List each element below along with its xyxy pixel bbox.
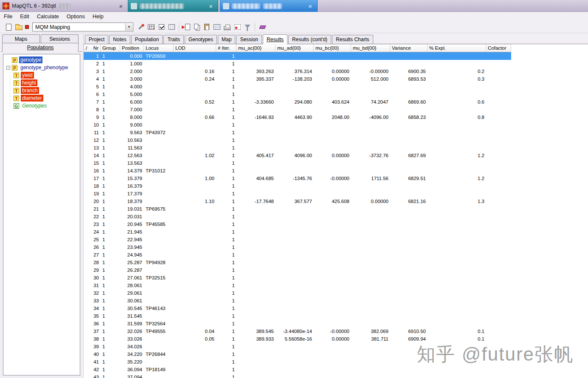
table-row[interactable]: 29126.2871 — [84, 266, 511, 274]
table-row[interactable]: 110.000TP206591 — [84, 52, 511, 60]
abacus-button[interactable] — [166, 22, 177, 32]
tab-populations[interactable]: Populations — [2, 43, 79, 52]
tree-item-genotype-phenotype[interactable]: - P genotype_phenotype — [3, 64, 80, 71]
table-row[interactable]: 41135.2201 — [84, 358, 511, 366]
column-header-expl[interactable]: % Expl. — [428, 44, 486, 52]
table-row[interactable]: 312.0000.161393.263376.3140.00000-0.0000… — [84, 68, 511, 75]
table-row[interactable]: 42136.094TP181491 — [84, 366, 511, 373]
tab-traits[interactable]: Traits — [163, 35, 184, 44]
menu-help[interactable]: Help — [89, 12, 107, 21]
background-window-titlebar[interactable]: × — [220, 0, 318, 12]
table-row[interactable]: 31128.0611 — [84, 282, 511, 289]
table-row[interactable]: 40134.220TP268441 — [84, 350, 511, 358]
tab-results-contd[interactable]: Results (cont'd) — [288, 35, 331, 44]
table-row[interactable]: 17115.3791.001404.685-1345.76-0.00000171… — [84, 175, 511, 182]
table-row[interactable]: 22120.0311 — [84, 213, 511, 220]
table-row[interactable]: 18116.3791 — [84, 182, 511, 190]
eraser-button[interactable] — [257, 22, 267, 32]
tab-project[interactable]: Project — [85, 35, 108, 44]
column-header-lod[interactable]: LOD — [174, 44, 216, 52]
export-button[interactable] — [24, 22, 30, 32]
tree-item-yield[interactable]: T yield — [3, 71, 80, 79]
table-row[interactable]: 817.0001 — [84, 106, 511, 113]
table-row[interactable]: 413.0000.241395.337-138.2030.00000512.00… — [84, 75, 511, 83]
table-row[interactable]: 32129.0611 — [84, 289, 511, 297]
tree-item-genotype[interactable]: P genotype — [3, 56, 80, 64]
column-header-cofactor[interactable]: Cofactor — [486, 44, 511, 52]
collapse-icon[interactable]: - — [6, 66, 10, 70]
copy-button[interactable] — [191, 22, 202, 32]
table-row[interactable]: 1119.563TP439721 — [84, 129, 511, 136]
table-row[interactable]: 36131.599TP325641 — [84, 320, 511, 327]
paste-button[interactable] — [202, 22, 212, 32]
table-row[interactable]: 918.0000.661-1646.934463.902048.00-4096.… — [84, 113, 511, 121]
table-row[interactable]: 15113.5631 — [84, 159, 511, 167]
close-icon[interactable]: × — [308, 3, 312, 9]
table-row[interactable]: 28125.287TP949281 — [84, 259, 511, 266]
chevron-down-icon[interactable]: ▼ — [125, 23, 132, 31]
mapping-method-select[interactable]: MQM Mapping ▼ — [32, 23, 133, 31]
column-header-mu-bd-00[interactable]: mu_bd{00} — [351, 44, 390, 52]
table-row[interactable]: 1019.0001 — [84, 121, 511, 129]
column-header-mu-bc-00[interactable]: mu_bc{00} — [314, 44, 351, 52]
background-window-titlebar[interactable]: × — [128, 0, 218, 12]
column-header-locus[interactable]: Locus — [144, 44, 174, 52]
table-row[interactable]: 26123.9451 — [84, 243, 511, 251]
close-icon[interactable]: × — [209, 3, 213, 9]
chart-region-button[interactable] — [232, 22, 242, 32]
table-row[interactable]: 12110.5631 — [84, 136, 511, 144]
table-row[interactable]: 514.0001 — [84, 83, 511, 90]
tab-map[interactable]: Map — [218, 35, 235, 44]
print-button[interactable] — [222, 22, 232, 32]
table-row[interactable]: 39134.0261 — [84, 343, 511, 350]
table-row[interactable]: 615.0001 — [84, 90, 511, 98]
column-header-iter[interactable]: # Iter. — [216, 44, 236, 52]
calculator-button[interactable] — [146, 22, 156, 32]
table-row[interactable]: 20118.3791.101-17.7648367.577425.6080.00… — [84, 197, 511, 205]
table-row[interactable]: 211.0001 — [84, 60, 511, 68]
data-grid-button[interactable] — [212, 22, 222, 32]
tab-session[interactable]: Session — [236, 35, 262, 44]
tab-results-charts[interactable]: Results Charts — [332, 35, 373, 44]
table-row[interactable]: 19117.3791 — [84, 190, 511, 197]
table-row[interactable]: 23120.945TP455851 — [84, 220, 511, 228]
tab-genotypes[interactable]: Genotypes — [185, 35, 217, 44]
table-row[interactable]: 38133.0260.051389.9335.56058e-160.000003… — [84, 335, 511, 343]
menu-calculate[interactable]: Calculate — [33, 12, 63, 21]
checklist-button[interactable] — [156, 22, 166, 32]
new-file-button[interactable] — [3, 22, 14, 32]
table-row[interactable]: 43137.0941 — [84, 373, 511, 378]
tab-population[interactable]: Population — [131, 35, 163, 44]
tab-maps[interactable]: Maps — [2, 34, 40, 43]
table-row[interactable]: 24121.9451 — [84, 228, 511, 236]
table-row[interactable]: 13111.5631 — [84, 144, 511, 152]
menu-file[interactable]: File — [0, 12, 16, 21]
table-row[interactable]: 27124.9451 — [84, 251, 511, 259]
tree-item-branch[interactable]: T branch — [3, 87, 80, 94]
column-header-variance[interactable]: Variance — [390, 44, 428, 52]
mapqtl-titlebar[interactable]: MapQTL 6 - 392qtl × — [0, 0, 125, 12]
table-row[interactable]: 30127.061TP325151 — [84, 274, 511, 282]
column-header-position[interactable]: Position — [120, 44, 144, 52]
run-export-button[interactable] — [181, 22, 191, 32]
close-icon[interactable]: × — [119, 3, 123, 9]
table-row[interactable]: 33130.0611 — [84, 297, 511, 305]
table-row[interactable]: 21119.031TP695751 — [84, 205, 511, 213]
table-row[interactable]: 35131.5451 — [84, 312, 511, 320]
column-header-mu-ac-00[interactable]: mu_ac{00} — [236, 44, 276, 52]
open-project-button[interactable] — [14, 22, 24, 32]
table-row[interactable]: 14112.5631.021405.4174096.000.00000-3732… — [84, 152, 511, 159]
table-row[interactable]: 716.0000.521-3.33660294.080403.62474.204… — [84, 98, 511, 106]
tree-item-height[interactable]: T height — [3, 79, 80, 87]
menu-edit[interactable]: Edit — [16, 12, 33, 21]
column-header-mu-ad-00[interactable]: mu_ad{00} — [276, 44, 314, 52]
column-header-nr[interactable]: /Nr — [84, 44, 101, 52]
table-row[interactable]: 25122.9451 — [84, 236, 511, 243]
tab-notes[interactable]: Notes — [109, 35, 130, 44]
tab-sessions[interactable]: Sessions — [41, 34, 79, 43]
settings-button[interactable] — [136, 22, 146, 32]
tab-results[interactable]: Results — [263, 34, 287, 44]
filter-tools-button[interactable] — [242, 22, 253, 32]
tree-item-diameter[interactable]: T diameter — [3, 94, 80, 102]
column-header-group[interactable]: Group — [101, 44, 120, 52]
